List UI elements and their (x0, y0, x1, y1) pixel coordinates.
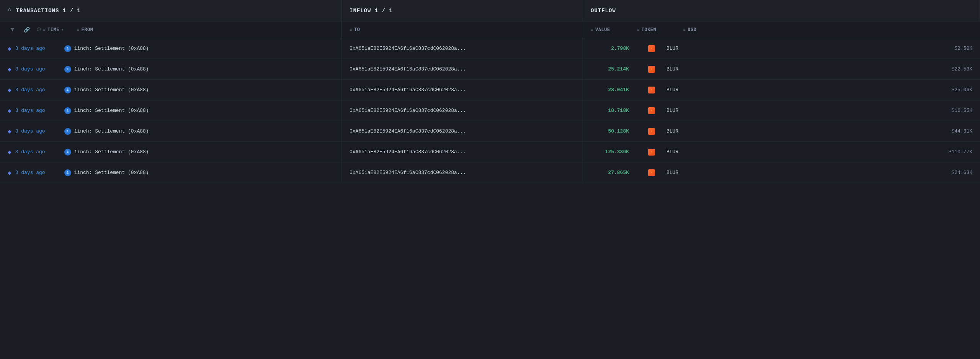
table-row: ◆ 3 days ago 1 1inch: Settlement (0xA88)… (0, 100, 980, 121)
eth-diamond-icon: ◆ (8, 128, 11, 135)
value-column-header[interactable]: ≡ VALUE (591, 27, 610, 33)
blur-token-icon: 🔸 (648, 87, 655, 93)
usd-cell: $44.31K (942, 128, 972, 134)
from-cell: 1inch: Settlement (0xA88) (74, 87, 334, 93)
time-sort-icon: ▾ (61, 28, 64, 32)
row-icons: ◆ (8, 107, 11, 115)
tx-outflow-section: 2.798K 🔸 BLUR $2.50K (583, 38, 980, 59)
oneinch-icon: 1 (64, 87, 71, 93)
eth-diamond-icon: ◆ (8, 107, 11, 115)
table-row: ◆ 3 days ago 1 1inch: Settlement (0xA88)… (0, 59, 980, 80)
oneinch-icon: 1 (64, 107, 71, 114)
link-col-icon[interactable]: 🔗 (22, 25, 31, 34)
eth-diamond-icon: ◆ (8, 169, 11, 177)
tx-left-section: ◆ 3 days ago 1 1inch: Settlement (0xA88) (0, 142, 342, 162)
tx-inflow-section: 0xA651aE82E5924EA6f16aC837cdC062028a... (342, 162, 583, 183)
to-cell: 0xA651aE82E5924EA6f16aC837cdC062028a... (350, 128, 575, 134)
to-cell: 0xA651aE82E5924EA6f16aC837cdC062028a... (350, 66, 575, 72)
eth-diamond-icon: ◆ (8, 86, 11, 94)
blur-token-icon: 🔸 (648, 45, 655, 52)
token-cell: BLUR (666, 149, 689, 155)
value-cell: 125.336K (591, 149, 629, 155)
time-filter-icon (37, 27, 41, 33)
to-cell: 0xA651aE82E5924EA6f16aC837cdC062028a... (350, 108, 575, 113)
collapse-icon[interactable]: ^ (8, 7, 11, 14)
blur-token-icon: 🔸 (648, 66, 655, 73)
transactions-title: TRANSACTIONS 1 / 1 (16, 8, 81, 14)
tx-inflow-section: 0xA651aE82E5924EA6f16aC837cdC062028a... (342, 59, 583, 79)
outflow-col-group: ≡ VALUE ≡ TOKEN ≡ USD (583, 21, 980, 38)
tx-left-section: ◆ 3 days ago 1 1inch: Settlement (0xA88) (0, 162, 342, 183)
time-cell[interactable]: 3 days ago (15, 87, 61, 93)
value-cell: 50.128K (591, 128, 629, 134)
to-filter-icon: ≡ (350, 28, 352, 32)
oneinch-icon: 1 (64, 149, 71, 156)
time-cell[interactable]: 3 days ago (15, 108, 61, 113)
row-icons: ◆ (8, 45, 11, 52)
from-column-header[interactable]: ≡ FROM (77, 27, 93, 33)
time-cell[interactable]: 3 days ago (15, 170, 61, 175)
blur-token-icon: 🔸 (648, 128, 655, 135)
time-cell[interactable]: 3 days ago (15, 128, 61, 134)
oneinch-icon: 1 (64, 169, 71, 176)
from-cell: 1inch: Settlement (0xA88) (74, 170, 334, 175)
value-cell: 25.214K (591, 66, 629, 72)
tx-left-section: ◆ 3 days ago 1 1inch: Settlement (0xA88) (0, 80, 342, 100)
header-bar: ^ TRANSACTIONS 1 / 1 INFLOW 1 / 1 OUTFLO… (0, 0, 980, 21)
time-column-header[interactable]: ≡ TIME ▾ (37, 27, 64, 33)
to-cell: 0xA651aE82E5924EA6f16aC837cdC062028a... (350, 87, 575, 93)
value-cell: 2.798K (591, 46, 629, 51)
tx-left-section: ◆ 3 days ago 1 1inch: Settlement (0xA88) (0, 38, 342, 59)
tx-outflow-section: 27.865K 🔸 BLUR $24.63K (583, 162, 980, 183)
from-col-label: FROM (82, 27, 93, 33)
from-filter-icon: ≡ (77, 28, 79, 32)
token-column-header[interactable]: ≡ TOKEN (637, 27, 657, 33)
usd-cell: $22.53K (942, 66, 972, 72)
token-cell: BLUR (666, 87, 689, 93)
value-cell: 27.865K (591, 170, 629, 175)
time-cell[interactable]: 3 days ago (15, 66, 61, 72)
token-cell: BLUR (666, 128, 689, 134)
tx-left-section: ◆ 3 days ago 1 1inch: Settlement (0xA88) (0, 59, 342, 79)
table-row: ◆ 3 days ago 1 1inch: Settlement (0xA88)… (0, 38, 980, 59)
from-cell: 1inch: Settlement (0xA88) (74, 46, 334, 51)
table-row: ◆ 3 days ago 1 1inch: Settlement (0xA88)… (0, 142, 980, 162)
usd-cell: $110.77K (942, 149, 972, 155)
column-headers-row: 🔗 ≡ TIME ▾ ≡ FROM ≡ TO ≡ VALUE (0, 21, 980, 38)
time-cell[interactable]: 3 days ago (15, 149, 61, 155)
token-filter-icon: ≡ (637, 28, 640, 32)
eth-diamond-icon: ◆ (8, 66, 11, 73)
transactions-col-group: 🔗 ≡ TIME ▾ ≡ FROM (0, 21, 342, 38)
from-cell: 1inch: Settlement (0xA88) (74, 108, 334, 113)
tx-outflow-section: 18.718K 🔸 BLUR $16.55K (583, 100, 980, 121)
value-cell: 28.041K (591, 87, 629, 93)
usd-column-header[interactable]: ≡ USD (683, 27, 696, 33)
to-cell: 0xA651aE82E5924EA6f16aC837cdC062028a... (350, 170, 575, 175)
table-row: ◆ 3 days ago 1 1inch: Settlement (0xA88)… (0, 121, 980, 142)
tx-left-section: ◆ 3 days ago 1 1inch: Settlement (0xA88) (0, 100, 342, 121)
time-cell[interactable]: 3 days ago (15, 46, 61, 51)
token-col-label: TOKEN (642, 27, 657, 33)
time-filter2-icon: ≡ (43, 28, 46, 32)
usd-cell: $16.55K (942, 108, 972, 113)
outflow-title: OUTFLOW (591, 8, 616, 14)
value-col-label: VALUE (595, 27, 610, 33)
to-column-header[interactable]: ≡ TO (350, 27, 360, 33)
usd-cell: $24.63K (942, 170, 972, 175)
inflow-title: INFLOW 1 / 1 (350, 8, 393, 14)
inflow-header: INFLOW 1 / 1 (342, 0, 583, 21)
row-icons: ◆ (8, 148, 11, 156)
transactions-table: ◆ 3 days ago 1 1inch: Settlement (0xA88)… (0, 38, 980, 183)
tx-inflow-section: 0xA651aE82E5924EA6f16aC837cdC062028a... (342, 121, 583, 141)
tx-inflow-section: 0xA651aE82E5924EA6f16aC837cdC062028a... (342, 100, 583, 121)
row-icons: ◆ (8, 128, 11, 135)
token-cell: BLUR (666, 66, 689, 72)
oneinch-icon: 1 (64, 45, 71, 52)
oneinch-icon: 1 (64, 66, 71, 73)
filter-col-icon[interactable] (8, 25, 17, 34)
oneinch-icon: 1 (64, 128, 71, 135)
usd-filter-icon: ≡ (683, 28, 686, 32)
from-cell: 1inch: Settlement (0xA88) (74, 149, 334, 155)
row-icons: ◆ (8, 86, 11, 94)
token-cell: BLUR (666, 170, 689, 175)
